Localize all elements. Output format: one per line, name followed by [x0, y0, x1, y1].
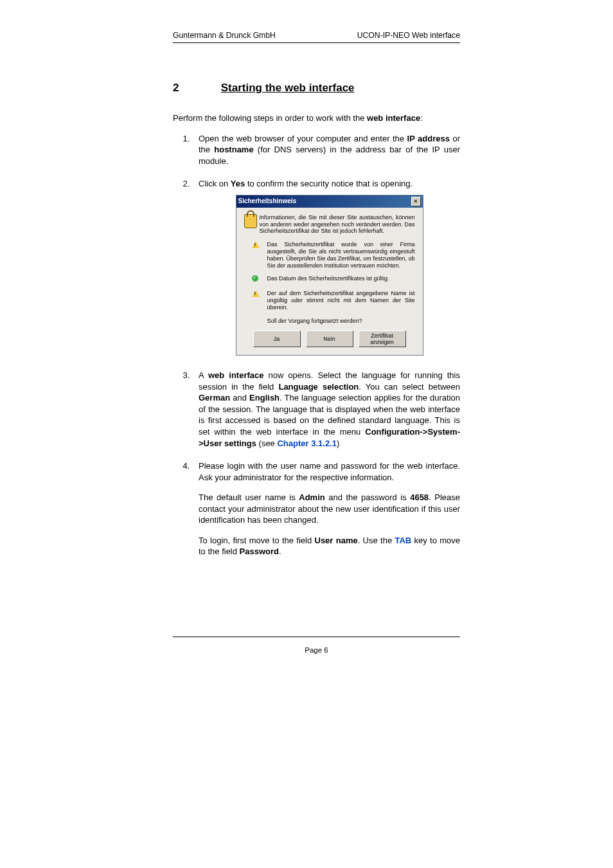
text: A [199, 370, 208, 380]
text: German [199, 393, 230, 402]
dialog-ok: Das Datum des Sicherheitszertifikates is… [267, 275, 415, 284]
step4-p1: Please login with the user name and pass… [199, 460, 460, 483]
text: . Use the [358, 536, 395, 545]
dialog-warn2: Der auf dem Sicherheitszertifikat angege… [267, 290, 415, 311]
dialog-intro: Informationen, die Sie mit dieser Site a… [260, 214, 415, 235]
text: . [279, 547, 281, 556]
text: Open the web browser of your computer an… [199, 134, 407, 143]
text: Language selection [278, 382, 359, 392]
dialog-titlebar: Sicherheitshinweis × [236, 195, 423, 208]
text: and the password is [325, 493, 410, 502]
text: and [230, 393, 249, 402]
dialog-body: Informationen, die Sie mit dieser Site a… [236, 208, 423, 356]
text: Admin [299, 493, 324, 502]
step-1: Open the web browser of your computer an… [192, 133, 460, 167]
warning-icon [244, 290, 267, 311]
step-4: Please login with the user name and pass… [192, 460, 460, 557]
header-right: UCON-IP-NEO Web interface [357, 31, 460, 40]
text: to confirm the security notice that is o… [245, 179, 413, 188]
check-icon [244, 275, 267, 284]
step-2: Click on Yes to confirm the security not… [192, 178, 460, 356]
dialog-intro-row: Informationen, die Sie mit dieser Site a… [244, 214, 415, 235]
text: (see [256, 439, 278, 448]
warning-icon [244, 241, 267, 269]
text: Password [240, 547, 279, 556]
dialog-question-row: Soll der Vorgang fortgesetzt werden? [244, 318, 415, 325]
page-footer: Page 6 [173, 637, 460, 654]
dialog-question: Soll der Vorgang fortgesetzt werden? [267, 318, 415, 325]
dialog-warn1: Das Sicherheitszertifikat wurde von eine… [267, 241, 415, 269]
text: . You can select between [359, 382, 460, 392]
text: The default user name is [199, 493, 299, 502]
step-3: A web interface now opens. Select the la… [192, 370, 460, 449]
section-number: 2 [173, 82, 218, 95]
step4-p2: The default user name is Admin and the p… [199, 492, 460, 526]
dialog-title: Sicherheitshinweis [238, 197, 297, 205]
text: IP address [407, 134, 450, 143]
dialog-buttons: Ja Nein Zertifikat anzeigen [244, 330, 415, 347]
text: To login, first move to the field [199, 536, 315, 545]
header-left: Guntermann & Drunck GmbH [173, 31, 276, 40]
lock-icon [244, 214, 260, 235]
intro-pre: Perform the following steps in order to … [173, 113, 367, 123]
yes-button[interactable]: Ja [253, 330, 301, 347]
show-cert-button[interactable]: Zertifikat anzeigen [359, 330, 406, 347]
spacer [244, 318, 267, 325]
text: English [249, 393, 280, 402]
security-dialog: Sicherheitshinweis × Informationen, die … [236, 195, 423, 356]
text: Yes [231, 179, 245, 188]
no-button[interactable]: Nein [306, 330, 353, 347]
intro-post: : [420, 113, 423, 123]
dialog-ok-row: Das Datum des Sicherheitszertifikates is… [244, 275, 415, 284]
text: User name [315, 536, 358, 545]
step4-p3: To login, first move to the field User n… [199, 535, 460, 557]
page-header: Guntermann & Drunck GmbH UCON-IP-NEO Web… [173, 31, 460, 43]
dialog-warn2-row: Der auf dem Sicherheitszertifikat angege… [244, 290, 415, 311]
text: web interface [208, 370, 264, 380]
section-title: Starting the web interface [221, 82, 355, 94]
text: 4658 [410, 493, 429, 502]
intro-text: Perform the following steps in order to … [173, 113, 460, 124]
dialog-warn1-row: Das Sicherheitszertifikat wurde von eine… [244, 241, 415, 269]
text: Click on [199, 179, 231, 188]
steps-list: Open the web browser of your computer an… [173, 133, 460, 557]
intro-bold: web interface [367, 113, 420, 123]
text: hostname [214, 145, 253, 154]
tab-key-ref: TAB [395, 536, 411, 545]
text: ) [337, 439, 339, 448]
chapter-link[interactable]: Chapter 3.1.2.1 [277, 439, 337, 448]
close-icon[interactable]: × [411, 197, 421, 206]
section-heading: 2 Starting the web interface [173, 82, 460, 95]
